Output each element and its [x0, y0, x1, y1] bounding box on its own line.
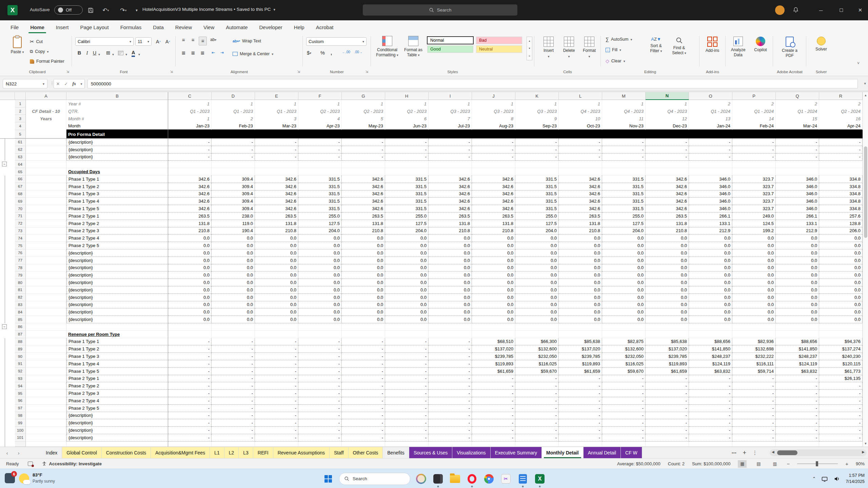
cell-F85[interactable]: 0.0 — [298, 316, 342, 323]
cell-G98[interactable]: - — [342, 412, 385, 420]
cell-F64[interactable] — [298, 161, 342, 168]
cell-E73[interactable]: 210.8 — [255, 227, 298, 235]
column-header-O[interactable]: O — [689, 92, 732, 100]
cell-J1[interactable]: 1 — [472, 100, 515, 107]
taskbar-search[interactable]: Search — [339, 473, 410, 485]
cell-F101[interactable]: - — [298, 434, 342, 442]
cell-G66[interactable]: 342.6 — [342, 176, 385, 183]
cell-H83[interactable]: 0.0 — [385, 301, 429, 309]
cell-J97[interactable]: - — [472, 405, 515, 412]
cell-A81[interactable] — [26, 286, 66, 294]
cell-I3[interactable]: 7 — [429, 115, 472, 122]
cell-Q96[interactable]: - — [776, 397, 819, 405]
cell-R98[interactable]: - — [819, 412, 863, 420]
align-left-button[interactable]: ≣ — [180, 50, 187, 56]
cell-C3[interactable]: 1 — [168, 115, 212, 122]
cell-I83[interactable]: 0.0 — [429, 301, 472, 309]
cell-L63[interactable]: - — [559, 154, 602, 161]
cell-J74[interactable]: 0.0 — [472, 235, 515, 242]
cell-F79[interactable]: 0.0 — [298, 271, 342, 279]
cell-M100[interactable]: - — [602, 427, 646, 434]
cell-J83[interactable]: 0.0 — [472, 301, 515, 309]
cell-I89[interactable]: - — [429, 345, 472, 353]
cell-O99[interactable]: - — [689, 419, 732, 427]
cell-O4[interactable]: Jan-24 — [689, 122, 732, 130]
cell-R95[interactable]: - — [819, 390, 863, 397]
sheet-tab-visualizations[interactable]: Visualizations — [452, 447, 490, 459]
cell-K68[interactable]: 331.5 — [515, 190, 559, 198]
cell-G77[interactable]: 0.0 — [342, 257, 385, 264]
taskbar-snip-tool-icon[interactable]: ✂ — [500, 473, 512, 485]
cell-L88[interactable]: $85,638 — [559, 338, 602, 346]
cell-A70[interactable] — [26, 205, 66, 212]
cell-D87[interactable] — [212, 331, 255, 338]
cell-I94[interactable]: - — [429, 382, 472, 390]
cell-P83[interactable]: 0.0 — [732, 301, 776, 309]
cell-D72[interactable]: 119.0 — [212, 220, 255, 227]
increase-indent-button[interactable]: ⇥ — [218, 50, 226, 55]
cell-Q71[interactable]: 266.1 — [776, 212, 819, 220]
cell-Q97[interactable]: - — [776, 405, 819, 412]
cell-D65[interactable] — [212, 168, 255, 176]
cell-J94[interactable]: - — [472, 382, 515, 390]
cell-A82[interactable] — [26, 294, 66, 301]
cell-A94[interactable] — [26, 382, 66, 390]
cell-R86[interactable] — [819, 323, 863, 331]
cell-F62[interactable]: - — [298, 146, 342, 154]
cell-E101[interactable]: - — [255, 434, 298, 442]
row-header-82[interactable]: 82 — [15, 294, 26, 301]
cell-K94[interactable]: - — [515, 382, 559, 390]
cell-N67[interactable]: 342.6 — [646, 183, 689, 190]
cell-F2[interactable]: Q2 - 2023 — [298, 107, 342, 115]
cell-O78[interactable]: 0.0 — [689, 264, 732, 272]
cell-R88[interactable]: $94,376 — [819, 338, 863, 346]
cell-Q74[interactable]: 0.0 — [776, 235, 819, 242]
cell-K82[interactable]: 0.0 — [515, 294, 559, 301]
cell-E94[interactable]: - — [255, 382, 298, 390]
paste-button[interactable]: Paste ▾ — [7, 37, 27, 55]
cell-L87[interactable] — [559, 331, 602, 338]
cell-F97[interactable]: - — [298, 405, 342, 412]
cell-B70[interactable]: Phase 1 Type 5 — [66, 205, 168, 212]
cell-I65[interactable] — [429, 168, 472, 176]
cell-H99[interactable]: - — [385, 419, 429, 427]
cell-K69[interactable]: 331.5 — [515, 198, 559, 205]
cell-R62[interactable]: - — [819, 146, 863, 154]
cell-G95[interactable]: - — [342, 390, 385, 397]
cell-A84[interactable] — [26, 308, 66, 316]
cell-B94[interactable]: Phase 2 Type 2 — [66, 382, 168, 390]
cell-H86[interactable] — [385, 323, 429, 331]
cell-C71[interactable]: 263.5 — [168, 212, 212, 220]
cell-D4[interactable]: Feb-23 — [212, 122, 255, 130]
cell-B78[interactable]: {description} — [66, 264, 168, 272]
cell-Q3[interactable]: 15 — [776, 115, 819, 122]
cell-K73[interactable]: 204.0 — [515, 227, 559, 235]
underline-button[interactable]: U — [92, 50, 98, 56]
cell-J79[interactable]: 0.0 — [472, 271, 515, 279]
row-header-4[interactable]: 4 — [15, 122, 26, 130]
cell-D2[interactable]: Q1 - 2023 — [212, 107, 255, 115]
cell-H85[interactable]: 0.0 — [385, 316, 429, 323]
row-header-62[interactable]: 62 — [15, 146, 26, 154]
cell-P69[interactable]: 323.7 — [732, 198, 776, 205]
cell-B96[interactable]: Phase 2 Type 4 — [66, 397, 168, 405]
decrease-indent-button[interactable]: ⇤ — [210, 50, 217, 55]
cell-N98[interactable]: - — [646, 412, 689, 420]
outline-collapse-button-0[interactable]: − — [2, 162, 7, 166]
cell-O92[interactable]: $63,832 — [689, 368, 732, 375]
row-header-101[interactable]: 101 — [15, 434, 26, 442]
cell-J75[interactable]: 0.0 — [472, 242, 515, 249]
find-select-button[interactable]: Find & Select ▾ — [669, 37, 690, 56]
cell-F91[interactable]: - — [298, 360, 342, 368]
cell-E69[interactable]: 342.6 — [255, 198, 298, 205]
cell-E80[interactable]: 0.0 — [255, 279, 298, 286]
cell-P67[interactable]: 323.7 — [732, 183, 776, 190]
notifications-bell-icon[interactable] — [793, 7, 799, 13]
cell-J63[interactable]: - — [472, 154, 515, 161]
cell-L94[interactable]: - — [559, 382, 602, 390]
cell-F87[interactable] — [298, 331, 342, 338]
normal-view-icon[interactable]: ▦ — [738, 460, 747, 468]
column-header-F[interactable]: F — [298, 92, 342, 100]
qat-customize-button[interactable]: ▾ — [133, 5, 140, 16]
cell-D84[interactable]: 0.0 — [212, 308, 255, 316]
